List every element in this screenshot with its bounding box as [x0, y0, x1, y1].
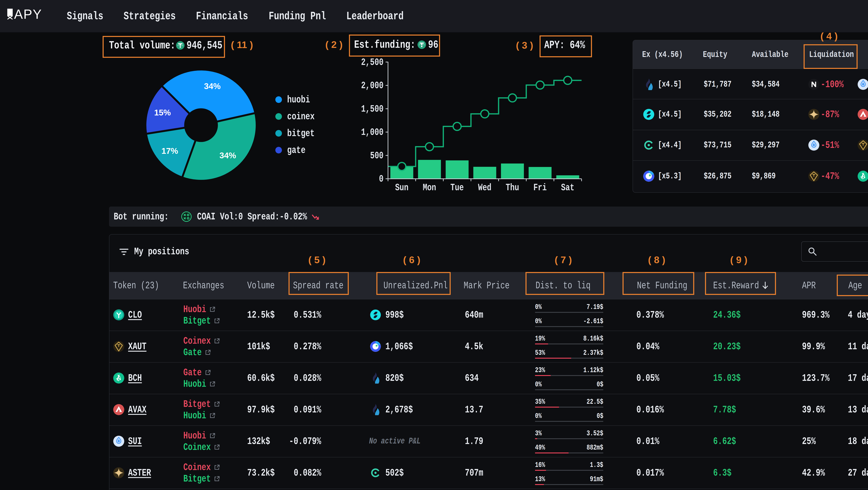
svg-text:17%: 17%: [161, 146, 178, 155]
svg-text:2,000: 2,000: [361, 80, 383, 91]
svg-text:Wed: Wed: [478, 182, 492, 193]
svg-text:APY: APY: [14, 8, 42, 22]
svg-text:1,000: 1,000: [361, 127, 383, 138]
svg-text:0: 0: [379, 174, 383, 185]
svg-text:15%: 15%: [154, 108, 171, 117]
svg-text:Sat: Sat: [561, 182, 575, 193]
svg-text:500: 500: [370, 150, 383, 161]
svg-text:Thu: Thu: [506, 182, 519, 193]
svg-text:34%: 34%: [219, 151, 236, 160]
svg-text:Mon: Mon: [423, 182, 436, 193]
svg-text:2,500: 2,500: [361, 57, 383, 68]
svg-text:Sun: Sun: [395, 182, 408, 193]
svg-text:1,500: 1,500: [361, 103, 383, 115]
svg-text:Fri: Fri: [533, 182, 547, 193]
svg-text:34%: 34%: [204, 82, 221, 91]
svg-text:Tue: Tue: [451, 182, 464, 193]
